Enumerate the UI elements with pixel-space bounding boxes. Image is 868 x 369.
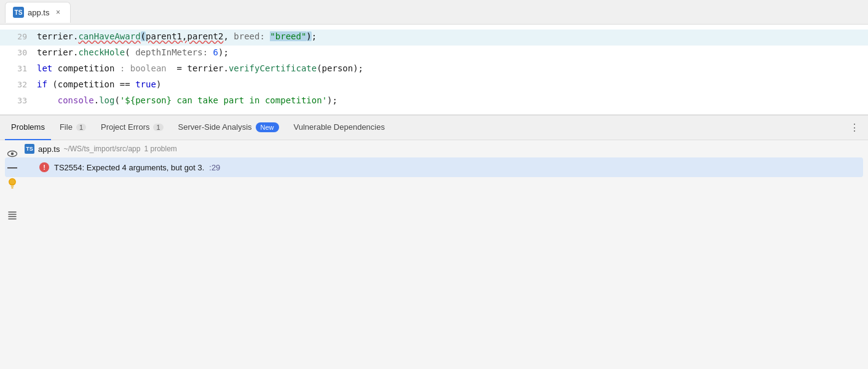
line-number-30: 30 bbox=[0, 47, 37, 60]
tab-file-label: File bbox=[60, 122, 73, 132]
svg-rect-5 bbox=[8, 218, 17, 220]
code-content-32: if (competition == true) bbox=[37, 77, 868, 91]
tab-problems[interactable]: Problems bbox=[5, 116, 51, 140]
file-entry-count: 1 problem bbox=[144, 145, 176, 153]
file-entry-row[interactable]: TS app.ts ~/WS/ts_import/src/app 1 probl… bbox=[0, 140, 868, 157]
svg-rect-2 bbox=[8, 212, 17, 213]
tab-project-errors-badge: 1 bbox=[153, 124, 163, 131]
ts-file-icon: TS bbox=[13, 7, 24, 18]
code-content-29: terrier.canHaveAward(parent1,parent2, br… bbox=[37, 30, 868, 43]
code-line-31: 31 let competition : boolean = terrier.v… bbox=[0, 62, 868, 77]
error-location: :29 bbox=[209, 163, 220, 172]
code-editor[interactable]: 29 terrier.canHaveAward(parent1,parent2,… bbox=[0, 25, 868, 115]
more-options-button[interactable]: ⋮ bbox=[846, 119, 863, 137]
bulb-icon[interactable] bbox=[5, 176, 20, 191]
line-number-33: 33 bbox=[0, 95, 37, 108]
file-ts-icon: TS bbox=[25, 144, 34, 154]
tab-vulnerable-label: Vulnerable Dependencies bbox=[294, 122, 385, 132]
eye-icon[interactable] bbox=[5, 146, 20, 161]
error-message: TS2554: Expected 4 arguments, but got 3. bbox=[54, 163, 204, 172]
code-line-33: 33 console.log('${person} can take part … bbox=[0, 93, 868, 109]
svg-rect-4 bbox=[8, 216, 17, 218]
line-number-31: 31 bbox=[0, 63, 37, 76]
line-number-29: 29 bbox=[0, 31, 37, 44]
svg-rect-3 bbox=[8, 214, 17, 215]
code-content-31: let competition : boolean = terrier.veri… bbox=[37, 62, 868, 75]
tab-server-side-label: Server-Side Analysis bbox=[178, 122, 252, 132]
tab-file[interactable]: File 1 bbox=[53, 116, 92, 140]
code-content-33: console.log('${person} can take part in … bbox=[37, 93, 868, 107]
file-entry-name: app.ts bbox=[38, 145, 60, 154]
tab-bar: TS app.ts × bbox=[0, 0, 868, 25]
code-line-32: 32 if (competition == true) bbox=[0, 77, 868, 93]
tab-problems-label: Problems bbox=[11, 122, 45, 132]
tab-project-errors[interactable]: Project Errors 1 bbox=[95, 116, 170, 140]
error-icon: ! bbox=[39, 162, 49, 172]
tab-file-badge: 1 bbox=[76, 124, 86, 131]
tab-filename: app.ts bbox=[28, 8, 49, 17]
tab-project-errors-label: Project Errors bbox=[101, 122, 149, 132]
eye-underline bbox=[7, 167, 17, 169]
file-entry-path: ~/WS/ts_import/src/app bbox=[63, 145, 140, 153]
tab-server-side-new-badge: New bbox=[256, 122, 279, 132]
tab-server-side[interactable]: Server-Side Analysis New bbox=[172, 116, 285, 140]
svg-point-1 bbox=[11, 153, 14, 156]
code-line-29: 29 terrier.canHaveAward(parent1,parent2,… bbox=[0, 30, 868, 46]
line-number-32: 32 bbox=[0, 79, 37, 92]
problems-tabs-bar: Problems File 1 Project Errors 1 Server-… bbox=[0, 116, 868, 140]
main-layout: TS app.ts × 29 terrier.canHaveAward(pare… bbox=[0, 0, 868, 369]
tab-vulnerable[interactable]: Vulnerable Dependencies bbox=[288, 116, 391, 140]
problems-panel: Problems File 1 Project Errors 1 Server-… bbox=[0, 115, 868, 281]
list-icon[interactable] bbox=[5, 208, 20, 223]
side-panel-icons bbox=[5, 146, 20, 223]
code-content-30: terrier.checkHole( depthInMeters: 6); bbox=[37, 46, 868, 59]
app-ts-tab[interactable]: TS app.ts × bbox=[5, 2, 71, 23]
code-line-30: 30 terrier.checkHole( depthInMeters: 6); bbox=[0, 46, 868, 62]
tab-close-button[interactable]: × bbox=[53, 7, 63, 17]
error-entry-row[interactable]: ! TS2554: Expected 4 arguments, but got … bbox=[5, 157, 863, 177]
